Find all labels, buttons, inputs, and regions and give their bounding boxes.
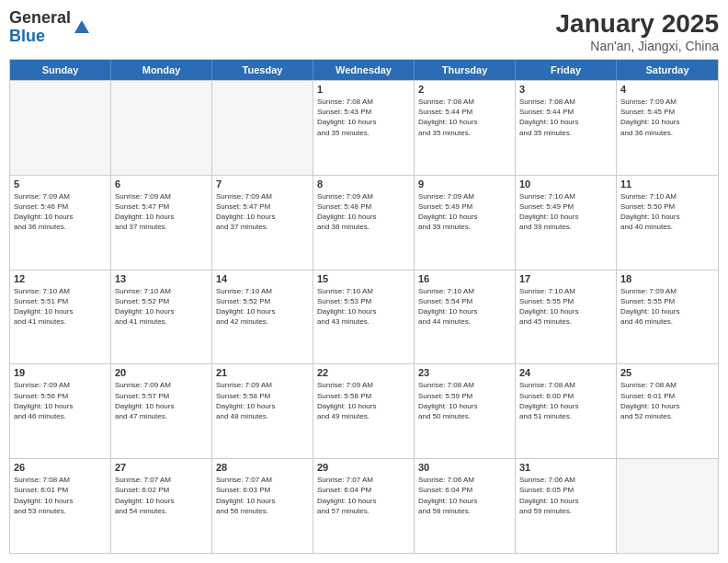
header-tuesday: Tuesday — [212, 60, 313, 80]
day-info: Sunrise: 7:09 AM Sunset: 5:57 PM Dayligh… — [115, 380, 208, 421]
day-info: Sunrise: 7:09 AM Sunset: 5:47 PM Dayligh… — [216, 191, 309, 233]
day-cell-31: 31Sunrise: 7:06 AM Sunset: 6:05 PM Dayli… — [516, 459, 617, 553]
day-info: Sunrise: 7:09 AM Sunset: 5:48 PM Dayligh… — [317, 191, 410, 233]
day-info: Sunrise: 7:10 AM Sunset: 5:51 PM Dayligh… — [14, 286, 107, 327]
day-info: Sunrise: 7:09 AM Sunset: 5:56 PM Dayligh… — [14, 380, 107, 421]
week-row-1: 1Sunrise: 7:08 AM Sunset: 5:43 PM Daylig… — [10, 80, 718, 175]
week-row-4: 19Sunrise: 7:09 AM Sunset: 5:56 PM Dayli… — [10, 363, 718, 458]
header-saturday: Saturday — [617, 60, 718, 80]
day-number: 23 — [418, 367, 511, 378]
day-number: 12 — [14, 273, 107, 284]
day-cell-2: 2Sunrise: 7:08 AM Sunset: 5:44 PM Daylig… — [415, 81, 516, 175]
day-info: Sunrise: 7:09 AM Sunset: 5:47 PM Dayligh… — [115, 191, 208, 233]
day-cell-14: 14Sunrise: 7:10 AM Sunset: 5:52 PM Dayli… — [212, 270, 313, 364]
header-wednesday: Wednesday — [313, 60, 415, 80]
logo-blue: Blue — [9, 27, 45, 45]
day-cell-13: 13Sunrise: 7:10 AM Sunset: 5:52 PM Dayli… — [111, 270, 212, 364]
day-info: Sunrise: 7:10 AM Sunset: 5:50 PM Dayligh… — [620, 191, 714, 233]
day-cell-9: 9Sunrise: 7:09 AM Sunset: 5:49 PM Daylig… — [415, 176, 516, 270]
day-number: 20 — [115, 367, 208, 378]
day-cell-11: 11Sunrise: 7:10 AM Sunset: 5:50 PM Dayli… — [617, 176, 718, 270]
day-cell-15: 15Sunrise: 7:10 AM Sunset: 5:53 PM Dayli… — [313, 270, 415, 364]
day-cell-30: 30Sunrise: 7:06 AM Sunset: 6:04 PM Dayli… — [415, 459, 516, 553]
day-info: Sunrise: 7:10 AM Sunset: 5:49 PM Dayligh… — [519, 191, 612, 233]
day-number: 1 — [317, 84, 410, 95]
day-info: Sunrise: 7:07 AM Sunset: 6:03 PM Dayligh… — [216, 475, 309, 516]
calendar-body: 1Sunrise: 7:08 AM Sunset: 5:43 PM Daylig… — [10, 80, 718, 553]
day-info: Sunrise: 7:09 AM Sunset: 5:55 PM Dayligh… — [620, 286, 714, 327]
day-cell-28: 28Sunrise: 7:07 AM Sunset: 6:03 PM Dayli… — [212, 459, 313, 553]
day-number: 24 — [519, 367, 612, 378]
day-cell-16: 16Sunrise: 7:10 AM Sunset: 5:54 PM Dayli… — [415, 270, 516, 364]
day-info: Sunrise: 7:09 AM Sunset: 5:46 PM Dayligh… — [14, 191, 107, 233]
day-number: 3 — [519, 84, 612, 95]
logo-general: General — [9, 8, 71, 27]
day-info: Sunrise: 7:10 AM Sunset: 5:52 PM Dayligh… — [216, 286, 309, 327]
day-cell-17: 17Sunrise: 7:10 AM Sunset: 5:55 PM Dayli… — [516, 270, 617, 364]
day-number: 15 — [317, 273, 410, 284]
day-number: 25 — [620, 367, 714, 378]
day-number: 19 — [14, 367, 107, 378]
empty-cell — [212, 81, 313, 175]
empty-cell — [10, 81, 111, 175]
day-number: 9 — [418, 178, 511, 190]
day-cell-7: 7Sunrise: 7:09 AM Sunset: 5:47 PM Daylig… — [212, 176, 313, 270]
day-info: Sunrise: 7:10 AM Sunset: 5:55 PM Dayligh… — [519, 286, 612, 327]
header-friday: Friday — [516, 60, 617, 80]
day-info: Sunrise: 7:08 AM Sunset: 5:43 PM Dayligh… — [317, 97, 410, 138]
day-info: Sunrise: 7:08 AM Sunset: 6:01 PM Dayligh… — [14, 475, 107, 516]
day-info: Sunrise: 7:09 AM Sunset: 5:45 PM Dayligh… — [620, 97, 714, 138]
day-cell-19: 19Sunrise: 7:09 AM Sunset: 5:56 PM Dayli… — [10, 364, 111, 458]
logo-icon — [73, 18, 91, 37]
day-info: Sunrise: 7:10 AM Sunset: 5:53 PM Dayligh… — [317, 286, 410, 327]
day-cell-20: 20Sunrise: 7:09 AM Sunset: 5:57 PM Dayli… — [111, 364, 212, 458]
svg-marker-0 — [74, 20, 89, 33]
day-info: Sunrise: 7:06 AM Sunset: 6:05 PM Dayligh… — [519, 475, 612, 516]
day-cell-24: 24Sunrise: 7:08 AM Sunset: 6:00 PM Dayli… — [516, 364, 617, 458]
day-cell-21: 21Sunrise: 7:09 AM Sunset: 5:58 PM Dayli… — [212, 364, 313, 458]
day-info: Sunrise: 7:09 AM Sunset: 5:49 PM Dayligh… — [418, 191, 511, 233]
day-number: 26 — [14, 462, 107, 473]
day-cell-18: 18Sunrise: 7:09 AM Sunset: 5:55 PM Dayli… — [617, 270, 718, 364]
day-number: 21 — [216, 367, 309, 378]
day-cell-22: 22Sunrise: 7:09 AM Sunset: 5:58 PM Dayli… — [313, 364, 415, 458]
week-row-5: 26Sunrise: 7:08 AM Sunset: 6:01 PM Dayli… — [10, 458, 718, 553]
day-info: Sunrise: 7:08 AM Sunset: 5:59 PM Dayligh… — [418, 380, 511, 421]
day-cell-1: 1Sunrise: 7:08 AM Sunset: 5:43 PM Daylig… — [313, 81, 415, 175]
title-block: January 2025 Nan'an, Jiangxi, China — [556, 9, 719, 53]
logo: General Blue — [9, 9, 91, 46]
day-cell-12: 12Sunrise: 7:10 AM Sunset: 5:51 PM Dayli… — [10, 270, 111, 364]
calendar-title: January 2025 — [556, 9, 719, 39]
day-cell-26: 26Sunrise: 7:08 AM Sunset: 6:01 PM Dayli… — [10, 459, 111, 553]
page-header: General Blue January 2025 Nan'an, Jiangx… — [9, 9, 719, 53]
day-number: 17 — [519, 273, 612, 284]
day-number: 5 — [14, 178, 107, 190]
header-sunday: Sunday — [10, 60, 111, 80]
header-thursday: Thursday — [415, 60, 516, 80]
day-number: 7 — [216, 178, 309, 190]
day-info: Sunrise: 7:08 AM Sunset: 5:44 PM Dayligh… — [519, 97, 612, 138]
week-row-3: 12Sunrise: 7:10 AM Sunset: 5:51 PM Dayli… — [10, 270, 718, 364]
day-number: 13 — [115, 273, 208, 284]
header-monday: Monday — [111, 60, 212, 80]
day-number: 29 — [317, 462, 410, 473]
day-info: Sunrise: 7:09 AM Sunset: 5:58 PM Dayligh… — [317, 380, 410, 421]
day-number: 4 — [620, 84, 714, 95]
calendar-subtitle: Nan'an, Jiangxi, China — [556, 39, 719, 53]
day-number: 31 — [519, 462, 612, 473]
day-number: 8 — [317, 178, 410, 190]
week-row-2: 5Sunrise: 7:09 AM Sunset: 5:46 PM Daylig… — [10, 175, 718, 270]
day-number: 27 — [115, 462, 208, 473]
day-number: 30 — [418, 462, 511, 473]
day-info: Sunrise: 7:10 AM Sunset: 5:54 PM Dayligh… — [418, 286, 511, 327]
day-cell-4: 4Sunrise: 7:09 AM Sunset: 5:45 PM Daylig… — [617, 81, 718, 175]
calendar-header: SundayMondayTuesdayWednesdayThursdayFrid… — [10, 60, 718, 80]
day-cell-5: 5Sunrise: 7:09 AM Sunset: 5:46 PM Daylig… — [10, 176, 111, 270]
day-info: Sunrise: 7:08 AM Sunset: 6:01 PM Dayligh… — [620, 380, 714, 421]
empty-cell — [111, 81, 212, 175]
day-info: Sunrise: 7:07 AM Sunset: 6:04 PM Dayligh… — [317, 475, 410, 516]
day-cell-23: 23Sunrise: 7:08 AM Sunset: 5:59 PM Dayli… — [415, 364, 516, 458]
day-number: 11 — [620, 178, 714, 190]
calendar: SundayMondayTuesdayWednesdayThursdayFrid… — [9, 59, 719, 554]
day-cell-10: 10Sunrise: 7:10 AM Sunset: 5:49 PM Dayli… — [516, 176, 617, 270]
